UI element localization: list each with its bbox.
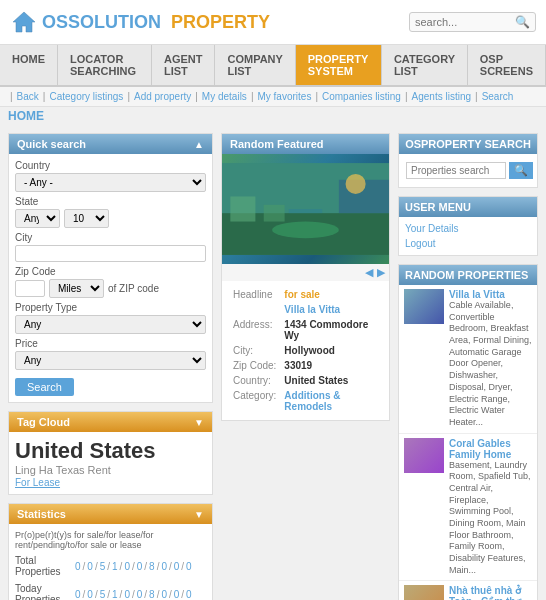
osproperty-search-header: OSPROPERTY SEARCH: [399, 134, 537, 154]
breadcrumb-companies[interactable]: Companies listing: [322, 91, 401, 102]
state-select[interactable]: Any: [15, 209, 60, 228]
zip-label: Zip Code: [15, 266, 206, 277]
svg-rect-8: [289, 209, 322, 213]
logo-olution-text: OLUTION: [80, 12, 161, 32]
stats-total-row: TotalProperties 0/ 0/ 5/ 1/ 0/ 0/ 8/ 0/ …: [15, 554, 206, 578]
listing-info: Headline for sale Villa la Vitta Address…: [222, 281, 389, 420]
breadcrumb-back[interactable]: Back: [17, 91, 39, 102]
header-search-input[interactable]: [415, 16, 515, 28]
logo-house-icon: [10, 8, 38, 36]
rand-prop-link-1[interactable]: Villa la Vitta: [449, 289, 505, 300]
featured-image-svg: [222, 154, 389, 264]
price-label: Price: [15, 338, 206, 349]
breadcrumb-agents[interactable]: Agents listing: [412, 91, 471, 102]
category-val-link[interactable]: Additions & Remodels: [284, 390, 340, 412]
user-menu-panel: USER MENU Your Details Logout: [398, 196, 538, 256]
address-val: 1434 Commodore Wy: [281, 318, 381, 342]
left-column: Quick search ▲ Country - Any - State Any…: [8, 133, 213, 600]
svg-point-7: [272, 222, 339, 239]
price-row: Price Any: [15, 338, 206, 370]
featured-image: [222, 154, 389, 264]
nav-category[interactable]: CATEGORY LIST: [382, 45, 468, 85]
header-search-box[interactable]: 🔍: [409, 12, 536, 32]
city-input[interactable]: [15, 245, 206, 262]
stats-today-row: TodayProperties 0/ 0/ 5/ 1/ 0/ 0/ 8/ 0/ …: [15, 582, 206, 600]
list-item: Coral Gables Family Home Basement, Laund…: [399, 434, 537, 582]
list-item: Nhà thuê nhà ở Toàn - Cầm thơ Tôi cần th…: [399, 581, 537, 600]
state-select2[interactable]: 10: [64, 209, 109, 228]
right-column: OSPROPERTY SEARCH 🔍 USER MENU Your Detai…: [398, 133, 538, 600]
statistics-body: Pr(o)pe(r)t(y)s for sale/for lease/for r…: [9, 524, 212, 600]
country-select[interactable]: - Any -: [15, 173, 206, 192]
breadcrumb-category[interactable]: Category listings: [49, 91, 123, 102]
nav-osp[interactable]: OSP SCREENS: [468, 45, 546, 85]
breadcrumb-myfavorites[interactable]: My favorites: [257, 91, 311, 102]
property-type-row: Property Type Any: [15, 302, 206, 334]
quick-search-header: Quick search ▲: [9, 134, 212, 154]
user-logout-link[interactable]: Logout: [405, 236, 531, 251]
stats-total-label: TotalProperties: [15, 555, 75, 577]
stats-today-label: TodayProperties: [15, 583, 75, 600]
statistics-toggle[interactable]: ▼: [194, 509, 204, 520]
rand-prop-link-2[interactable]: Coral Gables Family Home: [449, 438, 511, 460]
main-nav: HOME LOCATOR SEARCHING AGENT LIST COMPAN…: [0, 45, 546, 87]
listing-zip-row: Zip Code: 33019: [230, 359, 381, 372]
prev-listing[interactable]: ◀: [365, 266, 373, 279]
svg-point-4: [346, 174, 366, 194]
random-properties-header: RANDOM PROPERTIES: [399, 265, 537, 285]
user-details-link[interactable]: Your Details: [405, 221, 531, 236]
category-key: Category:: [230, 389, 279, 413]
statistics-header: Statistics ▼: [9, 504, 212, 524]
headline-key: Headline: [230, 288, 279, 301]
next-listing[interactable]: ▶: [377, 266, 385, 279]
quick-search-body: Country - Any - State Any 10 City: [9, 154, 212, 402]
stats-desc: Pr(o)pe(r)t(y)s for sale/for lease/for r…: [15, 530, 206, 550]
tag-link[interactable]: For Lease: [15, 477, 60, 488]
osproperty-search-input[interactable]: [406, 162, 506, 179]
zip-row: Zip Code 5 Miles of ZIP code: [15, 266, 206, 298]
breadcrumb-addproperty[interactable]: Add property: [134, 91, 191, 102]
tag-cloud-header: Tag Cloud ▼: [9, 412, 212, 432]
listing-name-link[interactable]: Villa la Vitta: [284, 304, 340, 315]
nav-property-system[interactable]: PROPERTY SYSTEM: [296, 45, 382, 85]
listing-category-row: Category: Additions & Remodels: [230, 389, 381, 413]
svg-rect-6: [264, 205, 285, 222]
zip-unit-select[interactable]: Miles: [49, 279, 104, 298]
quick-search-title: Quick search: [17, 138, 86, 150]
listing-country-row: Country: United States: [230, 374, 381, 387]
osproperty-search-button[interactable]: 🔍: [509, 162, 533, 179]
address-key: Address:: [230, 318, 279, 342]
breadcrumb-mydetails[interactable]: My details: [202, 91, 247, 102]
country-val: United States: [281, 374, 381, 387]
zip-input[interactable]: 5: [15, 280, 45, 297]
property-type-select[interactable]: Any: [15, 315, 206, 334]
rand-prop-text-3: Nhà thuê nhà ở Toàn - Cầm thơ Tôi cần th…: [449, 585, 532, 600]
quick-search-panel: Quick search ▲ Country - Any - State Any…: [8, 133, 213, 403]
tag-main: United States: [15, 438, 206, 464]
listing-city-row: City: Hollywood: [230, 344, 381, 357]
listing-nav: ◀ ▶: [222, 264, 389, 281]
nav-home[interactable]: HOME: [0, 45, 58, 85]
featured-panel: Random Featured ◀: [221, 133, 390, 421]
rand-prop-desc-1: Cable Available, Convertible Bedroom, Br…: [449, 300, 532, 429]
nav-company[interactable]: COMPANY LIST: [215, 45, 295, 85]
quick-search-toggle[interactable]: ▲: [194, 139, 204, 150]
rand-prop-image-2: [404, 438, 444, 473]
price-select[interactable]: Any: [15, 351, 206, 370]
logo-oss-text: OSS: [42, 12, 80, 32]
tag-cloud-toggle[interactable]: ▼: [194, 417, 204, 428]
state-label: State: [15, 196, 206, 207]
search-button[interactable]: Search: [15, 378, 74, 396]
breadcrumb-search[interactable]: Search: [482, 91, 514, 102]
nav-locator[interactable]: LOCATOR SEARCHING: [58, 45, 152, 85]
state-row: State Any 10: [15, 196, 206, 228]
statistics-panel: Statistics ▼ Pr(o)pe(r)t(y)s for sale/fo…: [8, 503, 213, 600]
featured-image-wrap: ◀ ▶: [222, 154, 389, 281]
rand-prop-text-1: Villa la Vitta Cable Available, Converti…: [449, 289, 532, 429]
city-row: City: [15, 232, 206, 262]
rand-prop-image-1: [404, 289, 444, 324]
rand-prop-link-3[interactable]: Nhà thuê nhà ở Toàn - Cầm thơ: [449, 585, 521, 600]
rand-prop-image-3: [404, 585, 444, 600]
nav-agent[interactable]: AGENT LIST: [152, 45, 216, 85]
tag-cloud-body: United States Ling Ha Texas Rent For Lea…: [9, 432, 212, 494]
